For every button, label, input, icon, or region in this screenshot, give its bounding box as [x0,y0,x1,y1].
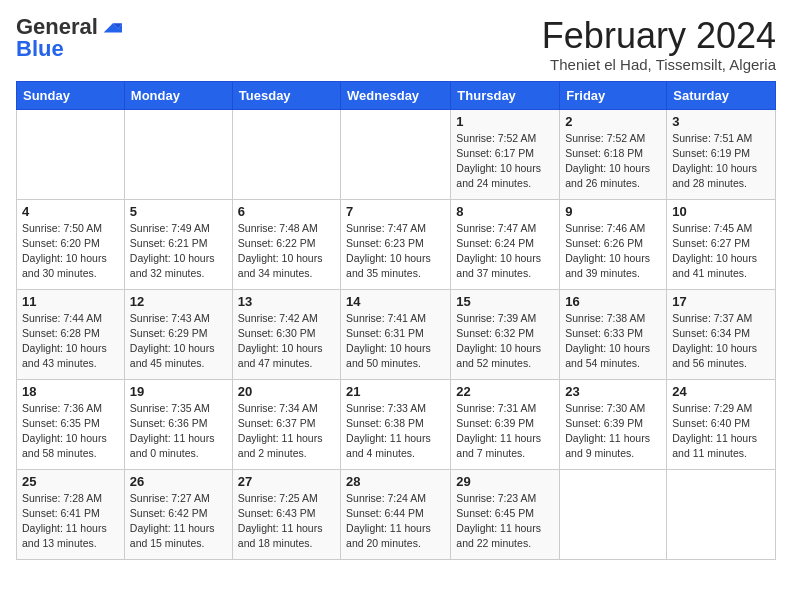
day-number: 15 [456,294,554,309]
day-number: 24 [672,384,770,399]
day-number: 25 [22,474,119,489]
month-title: February 2024 [542,16,776,56]
day-number: 22 [456,384,554,399]
logo-general-text: General [16,16,98,38]
calendar-cell: 1Sunrise: 7:52 AM Sunset: 6:17 PM Daylig… [451,109,560,199]
day-number: 11 [22,294,119,309]
calendar-cell [667,469,776,559]
day-info: Sunrise: 7:42 AM Sunset: 6:30 PM Dayligh… [238,311,335,372]
day-info: Sunrise: 7:43 AM Sunset: 6:29 PM Dayligh… [130,311,227,372]
day-number: 7 [346,204,445,219]
calendar-cell: 15Sunrise: 7:39 AM Sunset: 6:32 PM Dayli… [451,289,560,379]
calendar-cell: 23Sunrise: 7:30 AM Sunset: 6:39 PM Dayli… [560,379,667,469]
day-number: 14 [346,294,445,309]
calendar-cell: 9Sunrise: 7:46 AM Sunset: 6:26 PM Daylig… [560,199,667,289]
day-info: Sunrise: 7:41 AM Sunset: 6:31 PM Dayligh… [346,311,445,372]
day-info: Sunrise: 7:36 AM Sunset: 6:35 PM Dayligh… [22,401,119,462]
calendar-cell [560,469,667,559]
calendar-cell: 16Sunrise: 7:38 AM Sunset: 6:33 PM Dayli… [560,289,667,379]
days-of-week-row: SundayMondayTuesdayWednesdayThursdayFrid… [17,81,776,109]
calendar-cell: 6Sunrise: 7:48 AM Sunset: 6:22 PM Daylig… [232,199,340,289]
day-number: 6 [238,204,335,219]
day-number: 16 [565,294,661,309]
day-info: Sunrise: 7:48 AM Sunset: 6:22 PM Dayligh… [238,221,335,282]
day-number: 9 [565,204,661,219]
day-info: Sunrise: 7:50 AM Sunset: 6:20 PM Dayligh… [22,221,119,282]
dow-header-friday: Friday [560,81,667,109]
day-info: Sunrise: 7:51 AM Sunset: 6:19 PM Dayligh… [672,131,770,192]
day-info: Sunrise: 7:45 AM Sunset: 6:27 PM Dayligh… [672,221,770,282]
day-info: Sunrise: 7:44 AM Sunset: 6:28 PM Dayligh… [22,311,119,372]
day-number: 2 [565,114,661,129]
day-number: 29 [456,474,554,489]
day-info: Sunrise: 7:38 AM Sunset: 6:33 PM Dayligh… [565,311,661,372]
day-info: Sunrise: 7:46 AM Sunset: 6:26 PM Dayligh… [565,221,661,282]
day-info: Sunrise: 7:24 AM Sunset: 6:44 PM Dayligh… [346,491,445,552]
logo-icon [100,16,122,38]
day-number: 1 [456,114,554,129]
calendar-cell: 7Sunrise: 7:47 AM Sunset: 6:23 PM Daylig… [341,199,451,289]
week-row-3: 11Sunrise: 7:44 AM Sunset: 6:28 PM Dayli… [17,289,776,379]
week-row-5: 25Sunrise: 7:28 AM Sunset: 6:41 PM Dayli… [17,469,776,559]
logo: General Blue [16,16,122,62]
calendar-body: 1Sunrise: 7:52 AM Sunset: 6:17 PM Daylig… [17,109,776,559]
day-number: 12 [130,294,227,309]
calendar-cell: 19Sunrise: 7:35 AM Sunset: 6:36 PM Dayli… [124,379,232,469]
logo-blue-text: Blue [16,36,64,61]
calendar-cell: 25Sunrise: 7:28 AM Sunset: 6:41 PM Dayli… [17,469,125,559]
day-number: 4 [22,204,119,219]
dow-header-saturday: Saturday [667,81,776,109]
day-info: Sunrise: 7:31 AM Sunset: 6:39 PM Dayligh… [456,401,554,462]
day-info: Sunrise: 7:34 AM Sunset: 6:37 PM Dayligh… [238,401,335,462]
day-info: Sunrise: 7:47 AM Sunset: 6:23 PM Dayligh… [346,221,445,282]
calendar-cell: 11Sunrise: 7:44 AM Sunset: 6:28 PM Dayli… [17,289,125,379]
day-number: 13 [238,294,335,309]
calendar-cell: 20Sunrise: 7:34 AM Sunset: 6:37 PM Dayli… [232,379,340,469]
calendar-cell: 27Sunrise: 7:25 AM Sunset: 6:43 PM Dayli… [232,469,340,559]
calendar-cell: 12Sunrise: 7:43 AM Sunset: 6:29 PM Dayli… [124,289,232,379]
day-number: 17 [672,294,770,309]
calendar-cell: 4Sunrise: 7:50 AM Sunset: 6:20 PM Daylig… [17,199,125,289]
day-number: 20 [238,384,335,399]
day-info: Sunrise: 7:37 AM Sunset: 6:34 PM Dayligh… [672,311,770,372]
calendar-cell: 24Sunrise: 7:29 AM Sunset: 6:40 PM Dayli… [667,379,776,469]
title-area: February 2024 Theniet el Had, Tissemsilt… [542,16,776,73]
day-info: Sunrise: 7:47 AM Sunset: 6:24 PM Dayligh… [456,221,554,282]
week-row-4: 18Sunrise: 7:36 AM Sunset: 6:35 PM Dayli… [17,379,776,469]
calendar-cell [232,109,340,199]
day-number: 21 [346,384,445,399]
calendar-cell: 17Sunrise: 7:37 AM Sunset: 6:34 PM Dayli… [667,289,776,379]
calendar-cell: 29Sunrise: 7:23 AM Sunset: 6:45 PM Dayli… [451,469,560,559]
week-row-1: 1Sunrise: 7:52 AM Sunset: 6:17 PM Daylig… [17,109,776,199]
calendar-cell: 2Sunrise: 7:52 AM Sunset: 6:18 PM Daylig… [560,109,667,199]
day-number: 28 [346,474,445,489]
dow-header-monday: Monday [124,81,232,109]
calendar-cell: 26Sunrise: 7:27 AM Sunset: 6:42 PM Dayli… [124,469,232,559]
day-number: 8 [456,204,554,219]
day-info: Sunrise: 7:52 AM Sunset: 6:18 PM Dayligh… [565,131,661,192]
calendar-cell [17,109,125,199]
header: General Blue February 2024 Theniet el Ha… [16,16,776,73]
calendar-cell: 14Sunrise: 7:41 AM Sunset: 6:31 PM Dayli… [341,289,451,379]
day-number: 3 [672,114,770,129]
day-info: Sunrise: 7:27 AM Sunset: 6:42 PM Dayligh… [130,491,227,552]
calendar-cell: 10Sunrise: 7:45 AM Sunset: 6:27 PM Dayli… [667,199,776,289]
day-info: Sunrise: 7:52 AM Sunset: 6:17 PM Dayligh… [456,131,554,192]
day-number: 18 [22,384,119,399]
calendar-cell: 5Sunrise: 7:49 AM Sunset: 6:21 PM Daylig… [124,199,232,289]
calendar-cell: 28Sunrise: 7:24 AM Sunset: 6:44 PM Dayli… [341,469,451,559]
calendar-cell: 22Sunrise: 7:31 AM Sunset: 6:39 PM Dayli… [451,379,560,469]
day-info: Sunrise: 7:25 AM Sunset: 6:43 PM Dayligh… [238,491,335,552]
week-row-2: 4Sunrise: 7:50 AM Sunset: 6:20 PM Daylig… [17,199,776,289]
day-info: Sunrise: 7:33 AM Sunset: 6:38 PM Dayligh… [346,401,445,462]
calendar-cell [124,109,232,199]
dow-header-tuesday: Tuesday [232,81,340,109]
day-info: Sunrise: 7:35 AM Sunset: 6:36 PM Dayligh… [130,401,227,462]
calendar-cell: 3Sunrise: 7:51 AM Sunset: 6:19 PM Daylig… [667,109,776,199]
day-info: Sunrise: 7:49 AM Sunset: 6:21 PM Dayligh… [130,221,227,282]
calendar-cell: 8Sunrise: 7:47 AM Sunset: 6:24 PM Daylig… [451,199,560,289]
day-number: 5 [130,204,227,219]
day-info: Sunrise: 7:39 AM Sunset: 6:32 PM Dayligh… [456,311,554,372]
day-info: Sunrise: 7:30 AM Sunset: 6:39 PM Dayligh… [565,401,661,462]
calendar-cell: 13Sunrise: 7:42 AM Sunset: 6:30 PM Dayli… [232,289,340,379]
